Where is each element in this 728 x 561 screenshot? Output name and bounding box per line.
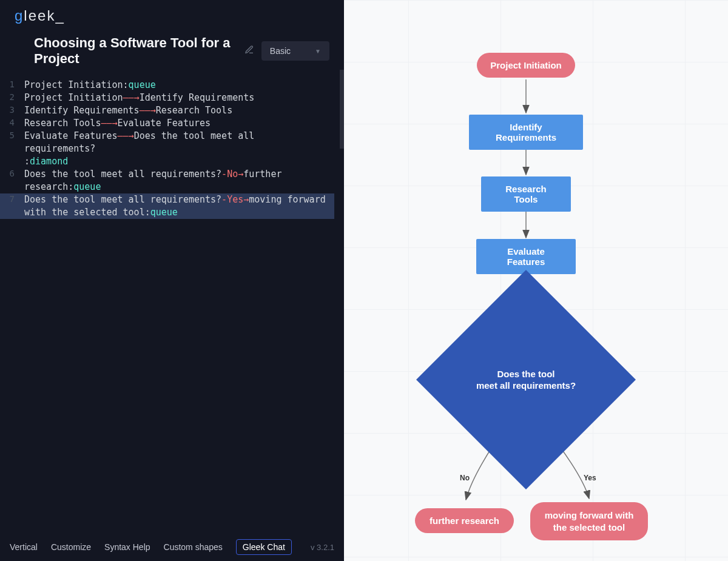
line-number: 5 (0, 130, 24, 142)
code-content: Research Tools——→Evaluate Features (24, 117, 334, 130)
node-label: further research (430, 516, 499, 526)
node-evaluate[interactable]: Evaluate Features (476, 239, 576, 274)
code-content: Does the tool meet all requirements?-Yes… (24, 193, 334, 219)
edge-label-yes: Yes (584, 474, 596, 482)
node-label: Project Initiation (490, 60, 562, 70)
node-identify[interactable]: Identify Requirements (469, 115, 583, 150)
code-line[interactable]: 4Research Tools——→Evaluate Features (0, 117, 334, 130)
line-number: 2 (0, 92, 24, 104)
logo-text: leek_ (24, 7, 64, 24)
line-number: 7 (0, 193, 24, 206)
code-line[interactable]: 7Does the tool meet all requirements?-Ye… (0, 193, 334, 219)
code-content: Project Initiation:queue (24, 79, 334, 92)
node-label: moving forward with the selected tool (545, 509, 634, 533)
node-research[interactable]: Research Tools (481, 176, 571, 212)
code-line[interactable]: 6Does the tool meet all requirements?-No… (0, 168, 334, 193)
syntax-help-button[interactable]: Syntax Help (104, 542, 150, 552)
node-start[interactable]: Project Initiation (477, 53, 575, 78)
code-content: Evaluate Features——→Does the tool meet a… (24, 130, 334, 168)
edit-title-icon[interactable] (244, 45, 254, 57)
code-line[interactable]: 1Project Initiation:queue (0, 79, 334, 92)
node-moving-forward[interactable]: moving forward with the selected tool (530, 502, 648, 540)
code-content: Project Initiation——→Identify Requiremen… (24, 92, 334, 104)
logo-row: g leek_ (0, 0, 344, 29)
app-logo[interactable]: g leek_ (15, 7, 329, 24)
logo-glyph: g (15, 7, 22, 24)
code-line[interactable]: 5Evaluate Features——→Does the tool meet … (0, 130, 334, 168)
diagram-panel[interactable]: Project Initiation Identify Requirements… (344, 0, 728, 561)
diagram-type-label: Basic (270, 46, 291, 56)
node-label: Evaluate Features (490, 246, 562, 267)
node-label: Research Tools (494, 184, 558, 204)
node-label: Identify Requirements (482, 122, 570, 143)
flowchart-canvas: Project Initiation Identify Requirements… (344, 0, 728, 561)
custom-shapes-button[interactable]: Custom shapes (164, 542, 223, 552)
line-number: 6 (0, 168, 24, 180)
edge-label-no: No (460, 474, 470, 482)
line-number: 3 (0, 104, 24, 116)
editor-panel: g leek_ Choosing a Software Tool for a P… (0, 0, 344, 561)
title-row: Choosing a Software Tool for a Project B… (0, 29, 344, 76)
chevron-down-icon: ▼ (315, 48, 321, 55)
node-label: Does the tool meet all requirements? (476, 368, 576, 392)
customize-button[interactable]: Customize (51, 542, 91, 552)
code-content: Identify Requirements——→Research Tools (24, 104, 334, 117)
layout-direction-button[interactable]: Vertical (10, 542, 38, 552)
code-line[interactable]: 2Project Initiation——→Identify Requireme… (0, 92, 334, 104)
gleek-chat-button[interactable]: Gleek Chat (236, 539, 292, 555)
line-number: 4 (0, 117, 24, 129)
code-line[interactable]: 3Identify Requirements——→Research Tools (0, 104, 334, 117)
code-editor[interactable]: 1Project Initiation:queue2Project Initia… (0, 76, 344, 533)
editor-scrollbar[interactable] (340, 70, 344, 149)
diagram-type-select[interactable]: Basic ▼ (261, 41, 329, 61)
node-decision[interactable]: Does the tool meet all requirements? (448, 302, 604, 457)
code-content: Does the tool meet all requirements?-No→… (24, 168, 334, 193)
diagram-title: Choosing a Software Tool for a Project (34, 35, 237, 67)
node-further-research[interactable]: further research (415, 508, 514, 533)
version-label: v 3.2.1 (311, 543, 334, 552)
bottom-toolbar: Vertical Customize Syntax Help Custom sh… (0, 533, 344, 561)
line-number: 1 (0, 79, 24, 91)
